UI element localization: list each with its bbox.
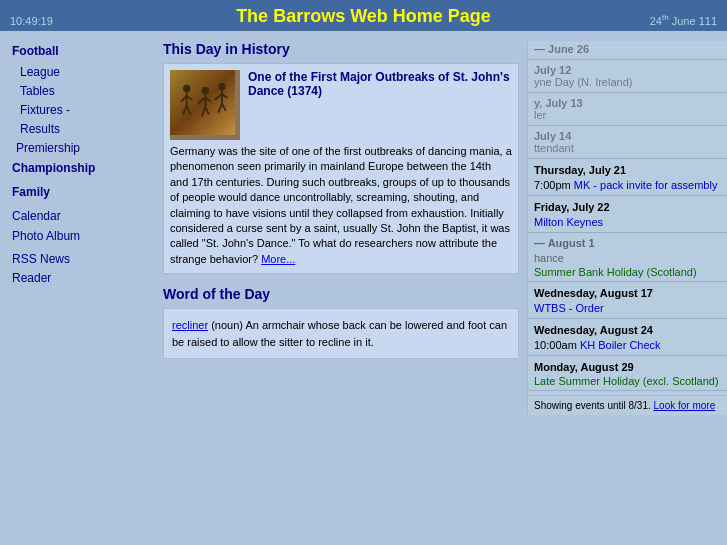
page-header: The Barrows Web Home Page 10:49:19 24th …	[0, 0, 727, 31]
article-more-link[interactable]: More...	[261, 253, 295, 265]
cal-partial-july12: July 12 yne Day (N. Ireland)	[528, 62, 727, 90]
cal-date-aug29: Monday, August 29	[528, 358, 727, 374]
cal-holiday-scotland-link[interactable]: Summer Bank Holiday (Scotland)	[534, 266, 697, 278]
cal-event-aug17: WTBS - Order	[528, 300, 727, 316]
cal-partial-aug1: — August 1	[528, 235, 727, 251]
right-panel-calendar: — June 26 July 12 yne Day (N. Ireland) y…	[527, 41, 727, 415]
sidebar-item-league-tables[interactable]: LeagueTables	[20, 63, 147, 101]
cal-footer-text: Showing events until 8/31.	[534, 400, 651, 411]
history-article: One of the First Major Outbreaks of St. …	[163, 63, 519, 274]
site-title: The Barrows Web Home Page	[10, 6, 717, 27]
cal-partial-top: — June 26	[528, 41, 727, 57]
word-of-day-box: recliner (noun) An armchair whose back c…	[163, 308, 519, 359]
date-sup: th	[662, 13, 669, 22]
cal-footer-link[interactable]: Look for more	[654, 400, 716, 411]
history-heading: This Day in History	[163, 41, 519, 57]
cal-footer: Showing events until 8/31. Look for more	[528, 395, 727, 415]
article-full-text: Germany was the site of one of the first…	[170, 144, 512, 267]
sidebar-item-premiership[interactable]: Premiership	[12, 139, 147, 158]
sidebar-item-championship[interactable]: Championship	[12, 159, 147, 178]
cal-event-july21-link[interactable]: MK - pack invite for assembly	[574, 179, 718, 191]
date-post: June 111	[672, 15, 717, 27]
main-content: This Day in History	[155, 41, 527, 415]
article-body: Germany was the site of one of the first…	[170, 145, 512, 265]
cal-event-aug24-link[interactable]: KH Boiler Check	[580, 339, 661, 351]
article-inner: One of the First Major Outbreaks of St. …	[170, 70, 512, 140]
cal-event-aug17-link[interactable]: WTBS - Order	[534, 302, 604, 314]
cal-event-july21: 7:00pm MK - pack invite for assembly	[528, 177, 727, 193]
cal-date-aug17: Wednesday, August 17	[528, 284, 727, 300]
sidebar-section-rss: RSS NewsReader	[12, 250, 147, 288]
cal-holiday-late-summer: Late Summer Holiday (excl. Scotland)	[528, 374, 727, 388]
sidebar-section-calendar: Calendar Photo Album	[12, 207, 147, 245]
cal-event-july22: Milton Keynes	[528, 214, 727, 230]
sidebar-item-family[interactable]: Family	[12, 182, 147, 204]
sidebar-item-calendar[interactable]: Calendar	[12, 207, 147, 226]
svg-rect-1	[170, 70, 235, 135]
svg-point-8	[202, 87, 209, 94]
cal-event-aug24: 10:00am KH Boiler Check	[528, 337, 727, 353]
sidebar-section-family: Family	[12, 182, 147, 204]
header-date: 24th June 111	[650, 13, 717, 27]
cal-date-july22: Friday, July 22	[528, 198, 727, 214]
cal-event-july22-link[interactable]: Milton Keynes	[534, 216, 603, 228]
cal-holiday-late-summer-link[interactable]: Late Summer Holiday (excl. Scotland)	[534, 375, 719, 387]
cal-date-july21: Thursday, July 21	[528, 161, 727, 177]
sidebar-item-rss[interactable]: RSS NewsReader	[12, 250, 147, 288]
svg-point-14	[218, 83, 225, 90]
main-layout: Football LeagueTables Fixtures -Results …	[0, 31, 727, 415]
cal-partial-july14: July 14 ttendant	[528, 128, 727, 156]
word-link[interactable]: recliner	[172, 319, 208, 331]
cal-partial-aug1-event: hance	[528, 251, 727, 265]
word-heading: Word of the Day	[163, 286, 519, 302]
word-definition: (noun) An armchair whose back can be low…	[172, 319, 507, 348]
header-time: 10:49:19	[10, 15, 53, 27]
svg-point-2	[183, 85, 190, 92]
article-image	[170, 70, 240, 140]
cal-date-aug24: Wednesday, August 24	[528, 321, 727, 337]
sidebar-item-photo-album[interactable]: Photo Album	[12, 227, 147, 246]
article-title: One of the First Major Outbreaks of St. …	[248, 70, 512, 98]
article-text-block: One of the First Major Outbreaks of St. …	[248, 70, 512, 140]
date-pre: 24	[650, 15, 662, 27]
cal-holiday-scotland: Summer Bank Holiday (Scotland)	[528, 265, 727, 279]
sidebar-section-football: Football LeagueTables Fixtures -Results …	[12, 41, 147, 178]
sidebar-item-football[interactable]: Football	[12, 41, 147, 63]
cal-partial-july13: y, July 13 ler	[528, 95, 727, 123]
sidebar: Football LeagueTables Fixtures -Results …	[0, 41, 155, 415]
sidebar-item-fixtures[interactable]: Fixtures -Results	[20, 101, 147, 139]
